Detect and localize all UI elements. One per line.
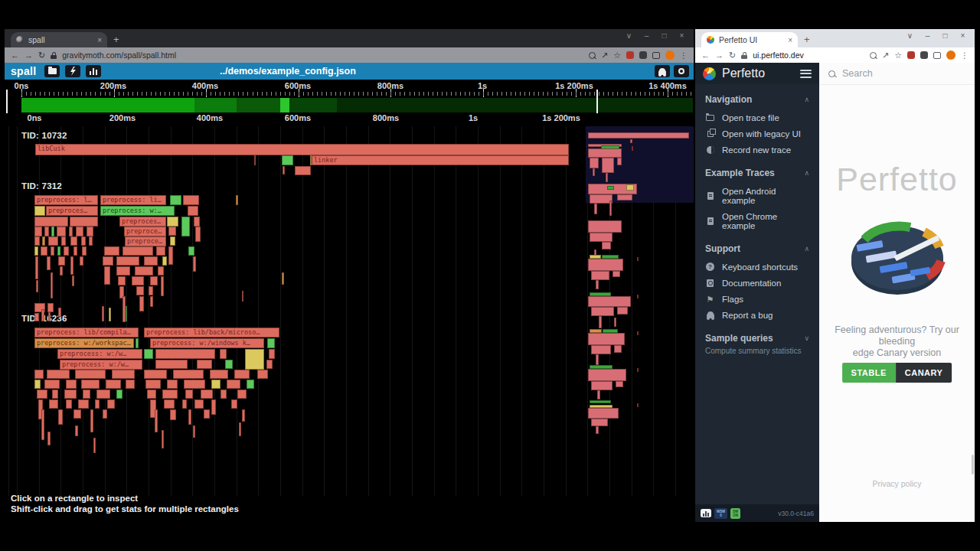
minimize-icon[interactable]: – <box>638 31 655 40</box>
flame-block[interactable] <box>158 266 164 276</box>
flame-block[interactable] <box>257 370 268 379</box>
flame-block[interactable] <box>164 399 175 409</box>
flame-block[interactable] <box>183 195 199 205</box>
back-icon[interactable]: ← <box>701 51 710 60</box>
flame-block[interactable] <box>72 276 74 286</box>
restore-down-icon[interactable]: ∨ <box>620 31 638 40</box>
side-panel-icon[interactable] <box>652 52 660 59</box>
sidebar-item-open-chrome-example[interactable]: Open Chrome example <box>695 208 819 233</box>
flame-block[interactable] <box>173 370 204 379</box>
profile-avatar[interactable] <box>946 51 956 60</box>
flame-block[interactable] <box>95 399 100 409</box>
flame-block[interactable] <box>112 370 135 379</box>
menu-icon[interactable]: ⋮ <box>961 51 969 60</box>
profile-avatar[interactable] <box>665 51 675 60</box>
flame-block[interactable] <box>282 155 293 165</box>
flame-block[interactable] <box>78 399 89 409</box>
debug-button[interactable] <box>655 65 670 77</box>
flame-block[interactable] <box>211 399 216 415</box>
flame-block[interactable] <box>89 236 93 246</box>
flame-block[interactable] <box>204 409 210 419</box>
flame-block[interactable] <box>144 349 153 359</box>
flame-block[interactable] <box>282 272 284 285</box>
flame-block[interactable] <box>220 349 227 359</box>
flame-block[interactable] <box>76 227 83 236</box>
close-icon[interactable]: × <box>673 31 691 40</box>
flame-block[interactable]: preproces… <box>46 206 98 216</box>
flame-block[interactable] <box>57 246 60 256</box>
url-text[interactable]: gravitymoth.com/spall/spall.html <box>62 51 176 60</box>
flame-block[interactable] <box>193 256 196 272</box>
flame-block[interactable] <box>267 338 275 348</box>
url-text[interactable]: ui.perfetto.dev <box>753 51 804 60</box>
flame-block[interactable] <box>239 422 241 436</box>
flame-block[interactable] <box>47 432 51 445</box>
flame-block[interactable] <box>170 236 175 246</box>
flame-block[interactable] <box>34 380 41 389</box>
flame-block[interactable] <box>37 390 47 399</box>
flame-block[interactable] <box>51 246 54 256</box>
flame-block[interactable] <box>64 246 69 256</box>
sidebar-item-record-new-trace[interactable]: Record new trace <box>695 142 819 158</box>
flame-block[interactable] <box>58 308 61 317</box>
flame-block[interactable] <box>181 217 190 236</box>
flame-block[interactable] <box>247 380 254 389</box>
flame-block[interactable] <box>75 425 78 436</box>
flame-block[interactable] <box>51 272 53 298</box>
flame-block[interactable] <box>48 312 51 321</box>
flame-block[interactable] <box>283 166 285 174</box>
flame-block[interactable] <box>155 360 188 369</box>
flame-block[interactable]: preprocess: lib/back/microso… <box>144 328 279 337</box>
sidebar-item-documentation[interactable]: Documentation <box>695 275 819 291</box>
flame-block[interactable] <box>167 217 178 227</box>
flame-block[interactable] <box>75 370 106 379</box>
flame-block[interactable] <box>188 409 191 425</box>
flame-block[interactable] <box>269 349 275 359</box>
flame-block[interactable] <box>144 370 167 379</box>
flame-block[interactable] <box>116 266 130 276</box>
hamburger-menu-icon[interactable] <box>800 70 812 78</box>
flame-block[interactable]: preprocess: w:… <box>100 206 175 216</box>
flame-block[interactable] <box>104 266 110 285</box>
flame-block[interactable] <box>210 370 228 379</box>
tab-close-icon[interactable]: × <box>97 36 102 44</box>
flame-block[interactable] <box>64 390 77 399</box>
flame-block[interactable]: preprocess: w:/w… <box>60 360 142 370</box>
flame-block[interactable] <box>66 380 77 389</box>
flame-block[interactable] <box>231 399 237 409</box>
scrollbar-thumb[interactable] <box>972 455 974 474</box>
flame-block[interactable] <box>102 306 104 321</box>
extension-icon[interactable] <box>626 51 634 59</box>
flame-block[interactable] <box>41 409 44 440</box>
activity-heatbar[interactable] <box>5 98 694 112</box>
tab-perfetto[interactable]: Perfetto UI × <box>701 32 798 47</box>
flame-block[interactable] <box>70 236 77 246</box>
share-icon[interactable]: ↗ <box>882 51 889 60</box>
flame-block[interactable] <box>295 166 311 175</box>
flame-block[interactable] <box>44 380 60 389</box>
flame-block[interactable] <box>70 256 74 275</box>
flame-block[interactable] <box>60 266 63 276</box>
flame-block[interactable] <box>145 380 161 389</box>
flame-block[interactable] <box>167 380 178 389</box>
flame-block[interactable] <box>58 409 63 425</box>
flame-block[interactable] <box>254 155 256 165</box>
flame-block[interactable] <box>234 370 250 379</box>
window-controls[interactable]: ∨–□× <box>901 31 972 40</box>
flame-block[interactable] <box>35 256 38 279</box>
flame-block[interactable] <box>47 303 54 312</box>
flame-block[interactable] <box>135 266 153 276</box>
flame-block[interactable] <box>61 236 66 246</box>
flame-block[interactable] <box>225 360 233 369</box>
restore-down-icon[interactable]: ∨ <box>901 31 919 40</box>
flame-block[interactable] <box>150 296 153 307</box>
flame-block[interactable] <box>161 276 164 296</box>
flame-block[interactable] <box>104 246 119 256</box>
flame-block[interactable] <box>74 409 81 419</box>
flame-block[interactable] <box>48 236 58 246</box>
extension-icon-2[interactable] <box>639 51 647 59</box>
back-icon[interactable]: ← <box>11 51 19 60</box>
close-icon[interactable]: × <box>954 31 972 40</box>
bookmark-icon[interactable]: ☆ <box>613 51 621 60</box>
flame-block[interactable] <box>201 390 213 399</box>
